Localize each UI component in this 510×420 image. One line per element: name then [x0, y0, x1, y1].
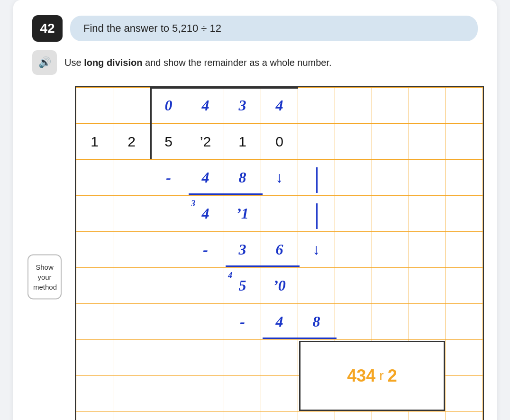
cell-r2c1 [113, 160, 150, 196]
cell-r3c5 [261, 196, 298, 232]
down-arrow3: ↓ [313, 241, 320, 258]
question-text: Find the answer to 5,210 ÷ 12 [70, 16, 478, 41]
cell-r9c7 [335, 412, 372, 420]
answer-remainder-label: r [379, 368, 383, 383]
quot-0: 0 [165, 97, 173, 114]
cell-r0c7 [335, 88, 372, 124]
cell-r9c2 [150, 412, 187, 420]
cell-r2c5: ↓ [261, 160, 298, 196]
cell-r9c6 [298, 412, 335, 420]
cell-r0c2: 0 [150, 88, 187, 124]
div-0: 0 [275, 134, 283, 150]
cell-r5c10 [446, 268, 483, 304]
sub3-8: 8 [313, 313, 320, 330]
cell-r5c6 [298, 268, 335, 304]
div-2: 2 [128, 134, 136, 150]
cell-r4c7 [335, 232, 372, 268]
speaker-icon: 🔊 [38, 56, 51, 69]
cell-r0c3: 4 [187, 88, 224, 124]
cell-r6c2 [150, 304, 187, 340]
cell-r3c8 [372, 196, 409, 232]
quot-4: 4 [202, 97, 209, 114]
cell-r4c8 [372, 232, 409, 268]
cell-r0c1 [113, 88, 150, 124]
answer-remainder: 2 [388, 366, 397, 386]
tick1: ’1 [236, 205, 249, 222]
quot-4b: 4 [276, 97, 283, 114]
speaker-button[interactable]: 🔊 [32, 50, 57, 75]
cell-r7c2 [150, 340, 187, 376]
cell-r5c5: ’0 [261, 268, 298, 304]
cell-r9c0 [76, 412, 113, 420]
cell-r0c8 [372, 88, 409, 124]
cell-r2c8 [372, 160, 409, 196]
show-method-button[interactable]: Showyourmethod [27, 254, 62, 299]
instruction-text: Use long division and show the remainder… [64, 57, 332, 68]
cell-r7c1 [113, 340, 150, 376]
cell-r6c10 [446, 304, 483, 340]
cell-r1c8 [372, 124, 409, 160]
cell-r8c0 [76, 376, 113, 412]
answer-box: 434 r 2 [299, 341, 445, 411]
cell-r4c10 [446, 232, 483, 268]
step3-tick0: ’0 [273, 277, 286, 294]
cell-r3c2 [150, 196, 187, 232]
cell-r2c10 [446, 160, 483, 196]
cell-r8c4 [224, 376, 261, 412]
cell-r7c5 [261, 340, 298, 376]
cell-r0c10 [446, 88, 483, 124]
cell-r1c1: 2 [113, 124, 150, 160]
cell-r4c2 [150, 232, 187, 268]
cell-r3c3: 3 4 [187, 196, 224, 232]
cell-r9c10 [446, 412, 483, 420]
cell-r6c0 [76, 304, 113, 340]
cell-r1c10 [446, 124, 483, 160]
cell-r0c6 [298, 88, 335, 124]
cell-r9c3 [187, 412, 224, 420]
cell-r3c6: | [298, 196, 335, 232]
header-row: 42 Find the answer to 5,210 ÷ 12 [32, 15, 478, 42]
cell-r4c3: - [187, 232, 224, 268]
cell-r5c9 [409, 268, 446, 304]
cell-r9c8 [372, 412, 409, 420]
grid-container: 0 4 3 4 1 2 5 ’2 1 0 [75, 86, 484, 420]
underline-2 [226, 265, 300, 267]
cell-r6c5: 4 [261, 304, 298, 340]
cell-r3c7 [335, 196, 372, 232]
cell-r2c2: - [150, 160, 187, 196]
cell-r1c7 [335, 124, 372, 160]
cell-r5c8 [372, 268, 409, 304]
cell-r8c1 [113, 376, 150, 412]
cell-r4c1 [113, 232, 150, 268]
cell-r4c9 [409, 232, 446, 268]
div-1: 1 [91, 134, 99, 150]
cell-r0c5: 4 [261, 88, 298, 124]
down-arrow2: | [312, 161, 320, 194]
cell-r3c4: ’1 [224, 196, 261, 232]
minus3: - [240, 313, 245, 330]
cell-r5c4: 4 5 [224, 268, 261, 304]
cell-r1c6 [298, 124, 335, 160]
instruction-row: 🔊 Use long division and show the remaind… [32, 50, 478, 75]
cell-r2c0 [76, 160, 113, 196]
cell-r8c3 [187, 376, 224, 412]
cell-r6c1 [113, 304, 150, 340]
cell-r4c5: 6 [261, 232, 298, 268]
cell-r4c0 [76, 232, 113, 268]
cell-r2c7 [335, 160, 372, 196]
div-2b: ’2 [200, 134, 211, 150]
remainder-4: 4 [202, 205, 209, 222]
cell-r3c0 [76, 196, 113, 232]
cell-r2c4: 8 [224, 160, 261, 196]
cell-r1c4: 1 [224, 124, 261, 160]
down-arrow1: ↓ [276, 169, 283, 186]
cell-r2c9 [409, 160, 446, 196]
cell-r9c9 [409, 412, 446, 420]
question-number: 42 [32, 15, 63, 42]
sub1-8: 8 [239, 169, 246, 186]
cell-r7c0 [76, 340, 113, 376]
cell-r9c4 [224, 412, 261, 420]
cell-r9c1 [113, 412, 150, 420]
cell-r0c4: 3 [224, 88, 261, 124]
div-1b: 1 [238, 134, 246, 150]
